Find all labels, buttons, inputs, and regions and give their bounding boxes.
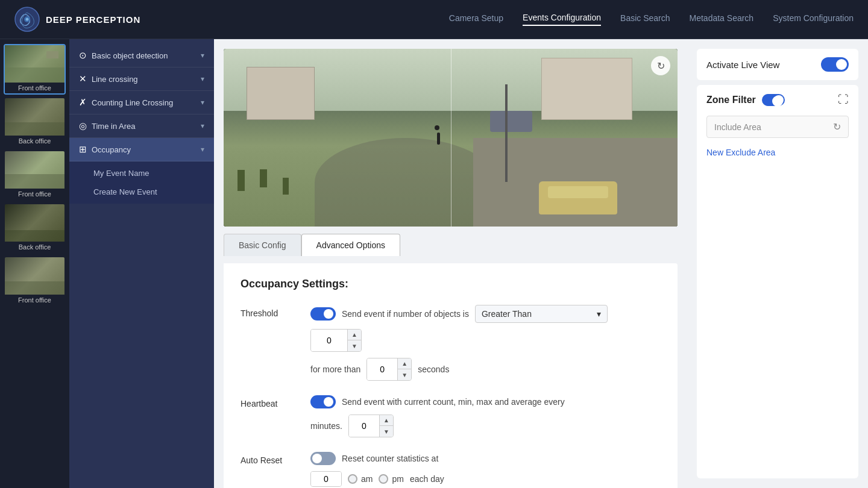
camera-thumb-3[interactable]: Back office — [4, 203, 66, 254]
threshold-value-input[interactable] — [311, 330, 347, 351]
include-area-refresh-icon[interactable]: ↻ — [833, 121, 841, 133]
scene-tree-2 — [260, 169, 267, 187]
top-navigation: DEEP PERCEPTION Camera Setup Events Conf… — [0, 0, 868, 39]
new-exclude-area-button[interactable]: New Exclude Area — [706, 145, 775, 160]
heartbeat-minutes-prefix: minutes. — [310, 421, 342, 431]
counting-line-crossing-label: Counting Line Crossing — [92, 98, 173, 107]
event-section-basic-object-detection[interactable]: ⊙ Basic object detection ▾ — [69, 44, 214, 67]
threshold-row: Threshold Send event if number of object… — [241, 305, 661, 381]
scene-tree-1 — [237, 170, 245, 191]
refresh-feed-button[interactable]: ↻ — [651, 56, 670, 75]
threshold-duration-down-arrow[interactable]: ▼ — [398, 369, 411, 380]
threshold-condition-chevron-icon: ▾ — [597, 309, 601, 319]
auto-reset-time-input-wrap — [310, 471, 342, 487]
app-name: DEEP PERCEPTION — [46, 14, 140, 25]
occupancy-icon: ⊞ — [79, 144, 87, 155]
camera-thumb-1[interactable]: Back office — [4, 97, 66, 148]
zone-filter-card: Zone Filter ⛶ Include Area ↻ New Exclude… — [697, 85, 858, 478]
threshold-label: Threshold — [241, 305, 301, 318]
event-section-occupancy[interactable]: ⊞ Occupancy ▾ — [69, 138, 214, 161]
auto-reset-toggle[interactable] — [310, 452, 336, 465]
heartbeat-toggle[interactable] — [310, 395, 336, 408]
line-crossing-icon: ✕ — [79, 74, 87, 84]
auto-reset-text: Reset counter statistics at — [342, 454, 438, 463]
threshold-condition-dropdown[interactable]: Greater Than ▾ — [475, 305, 608, 323]
event-section-line-crossing[interactable]: ✕ Line crossing ▾ — [69, 67, 214, 91]
main-layout: Front office Back office Front office Ba… — [0, 39, 868, 488]
camera-sidebar: Front office Back office Front office Ba… — [0, 39, 69, 488]
tab-basic-config[interactable]: Basic Config — [224, 234, 301, 256]
threshold-down-arrow[interactable]: ▼ — [348, 340, 361, 351]
scene-pole — [505, 84, 508, 182]
threshold-for-more-text: for more than — [310, 364, 360, 374]
threshold-duration-input-wrap: ▲ ▼ — [366, 358, 412, 381]
include-area-row: Include Area ↻ — [706, 116, 849, 138]
live-view-card: Activate Live View — [697, 49, 858, 80]
threshold-up-arrow[interactable]: ▲ — [348, 330, 361, 340]
zone-filter-toggle[interactable] — [762, 94, 785, 106]
am-option: am — [348, 474, 373, 484]
heartbeat-value-input-wrap: ▲ ▼ — [348, 414, 394, 437]
nav-links: Camera Setup Events Configuration Basic … — [449, 13, 854, 26]
heartbeat-arrows: ▲ ▼ — [379, 415, 393, 437]
heartbeat-content: Send event with current count, min, max … — [310, 395, 565, 437]
line-crossing-chevron: ▾ — [201, 75, 204, 83]
occupancy-sub-items: My Event Name Create New Event — [69, 161, 214, 204]
threshold-duration-up-arrow[interactable]: ▲ — [398, 358, 411, 369]
settings-title: Occupancy Settings: — [241, 278, 661, 290]
camera-preview-0 — [5, 45, 64, 83]
threshold-duration-input[interactable] — [367, 358, 397, 380]
auto-reset-row: Auto Reset Reset counter statistics at a… — [241, 452, 661, 487]
logo: DEEP PERCEPTION — [14, 7, 140, 32]
time-in-area-icon: ◎ — [79, 120, 87, 131]
basic-object-detection-icon: ⊙ — [79, 50, 87, 61]
tab-advanced-options[interactable]: Advanced Options — [301, 234, 400, 256]
time-in-area-chevron: ▾ — [201, 122, 204, 130]
am-label: am — [361, 474, 373, 484]
zone-filter-expand-icon[interactable]: ⛶ — [838, 93, 849, 106]
threshold-send-text: Send event if number of objects is — [342, 309, 469, 319]
auto-reset-time-input[interactable] — [311, 472, 341, 486]
nav-camera-setup[interactable]: Camera Setup — [449, 13, 503, 25]
camera-feed — [224, 49, 678, 227]
threshold-content: Send event if number of objects is Great… — [310, 305, 661, 381]
camera-label-2: Front office — [5, 189, 64, 199]
live-view-label: Activate Live View — [706, 60, 779, 70]
line-crossing-label: Line crossing — [92, 75, 138, 84]
sub-item-create-new[interactable]: Create New Event — [69, 183, 214, 201]
threshold-seconds-text: seconds — [418, 364, 449, 374]
live-view-toggle[interactable] — [821, 57, 849, 72]
threshold-arrows: ▲ ▼ — [347, 330, 361, 351]
nav-basic-search[interactable]: Basic Search — [620, 13, 670, 25]
camera-thumb-4[interactable]: Front office — [4, 256, 66, 307]
camera-preview-1 — [5, 98, 64, 136]
pm-radio[interactable] — [379, 474, 388, 484]
pm-label: pm — [392, 474, 403, 484]
auto-reset-content: Reset counter statistics at am pm — [310, 452, 444, 487]
scene-car — [539, 181, 617, 214]
heartbeat-up-arrow[interactable]: ▲ — [380, 415, 393, 426]
nav-events-configuration[interactable]: Events Configuration — [523, 13, 601, 26]
event-section-counting-line-crossing[interactable]: ✗ Counting Line Crossing ▾ — [69, 91, 214, 114]
heartbeat-send-text: Send event with current count, min, max … — [342, 397, 565, 407]
zone-filter-header: Zone Filter ⛶ — [706, 93, 849, 106]
camera-thumb-2[interactable]: Front office — [4, 150, 66, 201]
each-day-text: each day — [410, 474, 444, 484]
time-in-area-label: Time in Area — [92, 122, 136, 131]
scene-building-left — [247, 67, 315, 120]
threshold-toggle[interactable] — [310, 307, 336, 321]
content-area: ↻ Basic Config Advanced Options Occupanc… — [214, 39, 687, 488]
sub-item-my-event[interactable]: My Event Name — [69, 164, 214, 183]
nav-metadata-search[interactable]: Metadata Search — [690, 13, 754, 25]
am-radio[interactable] — [348, 474, 357, 484]
svg-point-2 — [26, 18, 29, 21]
basic-object-detection-chevron: ▾ — [201, 51, 204, 60]
auto-reset-label: Auto Reset — [241, 452, 301, 465]
heartbeat-value-input[interactable] — [349, 415, 379, 437]
settings-panel: Occupancy Settings: Threshold Send event… — [224, 263, 678, 488]
heartbeat-down-arrow[interactable]: ▼ — [380, 426, 393, 437]
scene-building-right — [541, 58, 632, 120]
camera-thumb-0[interactable]: Front office — [4, 44, 66, 95]
event-section-time-in-area[interactable]: ◎ Time in Area ▾ — [69, 114, 214, 138]
nav-system-configuration[interactable]: System Configuration — [773, 13, 854, 25]
